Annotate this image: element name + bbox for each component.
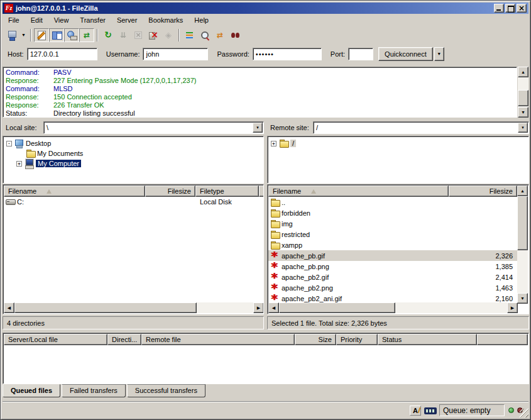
chevron-down-icon[interactable]: ▼	[518, 123, 528, 133]
menu-transfer[interactable]: Transfer	[74, 15, 111, 25]
scroll-down-button[interactable]: ▼	[518, 107, 528, 118]
filter-button[interactable]	[182, 28, 197, 42]
column-filler	[477, 334, 528, 345]
tree-item-desktop[interactable]: - Desktop	[3, 138, 263, 148]
transfer-queue: Server/Local file Directi... Remote file…	[3, 333, 529, 384]
site-manager-button[interactable]	[4, 28, 19, 42]
find-files-button[interactable]	[227, 28, 243, 42]
menu-edit[interactable]: Edit	[25, 15, 48, 25]
username-label: Username:	[106, 50, 140, 58]
quickconnect-button[interactable]: Quickconnect	[378, 47, 433, 61]
scroll-thumb[interactable]	[14, 302, 197, 313]
host-input[interactable]	[27, 48, 97, 60]
column-filename[interactable]: Filename	[268, 185, 449, 197]
chevron-down-icon[interactable]: ▼	[253, 123, 263, 133]
toggle-message-log-button[interactable]	[34, 28, 49, 42]
column-filesize[interactable]: Filesize	[449, 185, 517, 197]
file-row[interactable]: img	[268, 218, 518, 229]
scroll-up-button[interactable]: ▲	[517, 185, 528, 196]
column-filesize[interactable]: Filesize	[145, 185, 195, 197]
collapse-icon[interactable]: -	[6, 141, 12, 146]
column-server-local-file[interactable]: Server/Local file	[4, 334, 107, 345]
file-row[interactable]: apache_pb2.png1,463	[268, 282, 518, 293]
column-status[interactable]: Status	[378, 334, 477, 345]
column-direction[interactable]: Directi...	[107, 334, 141, 345]
process-queue-button[interactable]	[116, 28, 131, 42]
reconnect-button[interactable]	[161, 28, 176, 42]
toggle-transfer-queue-button[interactable]	[79, 28, 94, 42]
scroll-down-button[interactable]: ▼	[517, 293, 528, 304]
close-button[interactable]	[517, 4, 527, 13]
scroll-thumb[interactable]	[517, 196, 528, 250]
tab-successful-transfers[interactable]: Successful transfers	[127, 384, 205, 397]
toggle-local-tree-button[interactable]	[49, 28, 64, 42]
file-row[interactable]: restricted	[268, 229, 518, 240]
menu-bookmarks[interactable]: Bookmarks	[143, 15, 189, 25]
scroll-left-button[interactable]: ◀	[268, 302, 279, 313]
file-row-selected[interactable]: apache_pb.gif2,326	[268, 250, 518, 261]
remote-horizontal-scrollbar[interactable]: ◀ ▶	[268, 302, 518, 313]
scroll-thumb[interactable]	[279, 302, 395, 313]
tree-item-root[interactable]: + /	[268, 138, 528, 148]
quickconnect-bar: Host: Username: Password: Port: Quickcon…	[3, 43, 528, 65]
resize-grip[interactable]	[520, 409, 528, 417]
column-size[interactable]: Size	[295, 334, 336, 345]
column-last-modified[interactable]: L	[259, 185, 264, 197]
quickconnect-dropdown[interactable]: ▼	[434, 47, 444, 61]
column-filetype[interactable]: Filetype	[195, 185, 259, 197]
scroll-up-button[interactable]: ▲	[518, 67, 528, 77]
menu-help[interactable]: Help	[189, 15, 214, 25]
tree-item-my-computer[interactable]: + My Computer	[3, 158, 263, 169]
scroll-thumb[interactable]	[518, 90, 528, 106]
file-row-c-drive[interactable]: C: Local Disk	[4, 197, 264, 207]
message-log-icon	[36, 30, 47, 40]
local-horizontal-scrollbar[interactable]: ◀ ▶	[4, 302, 264, 313]
menu-view[interactable]: View	[48, 15, 75, 25]
cancel-operation-button[interactable]	[131, 28, 146, 42]
tab-failed-transfers[interactable]: Failed transfers	[62, 384, 126, 397]
tab-queued-files[interactable]: Queued files	[3, 384, 60, 397]
computer-icon	[25, 158, 36, 169]
toggle-remote-tree-button[interactable]	[64, 28, 79, 42]
maximize-button[interactable]	[505, 4, 515, 13]
tree-item-my-documents[interactable]: My Documents	[3, 148, 263, 158]
receive-activity-led	[508, 407, 514, 413]
expand-icon[interactable]: +	[271, 141, 276, 146]
directory-comparison-button[interactable]	[197, 28, 212, 42]
column-priority[interactable]: Priority	[336, 334, 378, 345]
scroll-left-button[interactable]: ◀	[4, 302, 14, 313]
filter-icon	[185, 30, 195, 40]
log-scrollbar[interactable]: ▲ ▼	[518, 67, 528, 118]
site-manager-dropdown[interactable]: ▼	[19, 28, 28, 42]
local-list-body: C: Local Disk	[4, 197, 264, 207]
remote-site-combo[interactable]: / ▼	[313, 121, 529, 134]
password-input[interactable]	[253, 48, 322, 60]
remote-vertical-scrollbar[interactable]: ▲ ▼	[517, 185, 528, 304]
file-row[interactable]: apache_pb.png1,385	[268, 261, 518, 272]
scroll-right-button[interactable]: ▶	[507, 302, 518, 313]
local-site-combo[interactable]: \ ▼	[43, 121, 264, 134]
expand-icon[interactable]: +	[16, 161, 22, 167]
column-filename[interactable]: Filename	[4, 185, 145, 197]
port-input[interactable]	[348, 48, 373, 60]
column-remote-file[interactable]: Remote file	[141, 334, 295, 345]
file-row[interactable]: ..	[268, 197, 518, 207]
menu-server[interactable]: Server	[111, 15, 143, 25]
title-bar: Fz john@127.0.0.1 - FileZilla	[3, 3, 528, 14]
file-row[interactable]: apache_pb2.gif2,414	[268, 272, 518, 282]
file-row[interactable]: forbidden	[268, 207, 518, 218]
local-site-bar: Local site: \ ▼	[6, 121, 264, 135]
scroll-right-button[interactable]: ▶	[253, 302, 264, 313]
file-row[interactable]: xampp	[268, 240, 518, 250]
log-line: Command:PASV	[6, 69, 517, 77]
menu-file[interactable]: File	[3, 15, 25, 25]
toolbar-separator	[30, 29, 31, 41]
local-tree-icon	[52, 30, 62, 40]
port-label: Port:	[331, 50, 345, 58]
minimize-button[interactable]	[494, 4, 504, 13]
refresh-button[interactable]	[101, 28, 116, 42]
synchronized-browsing-button[interactable]	[212, 28, 227, 42]
refresh-icon	[103, 30, 113, 40]
username-input[interactable]	[143, 48, 208, 60]
disconnect-button[interactable]	[146, 28, 161, 42]
